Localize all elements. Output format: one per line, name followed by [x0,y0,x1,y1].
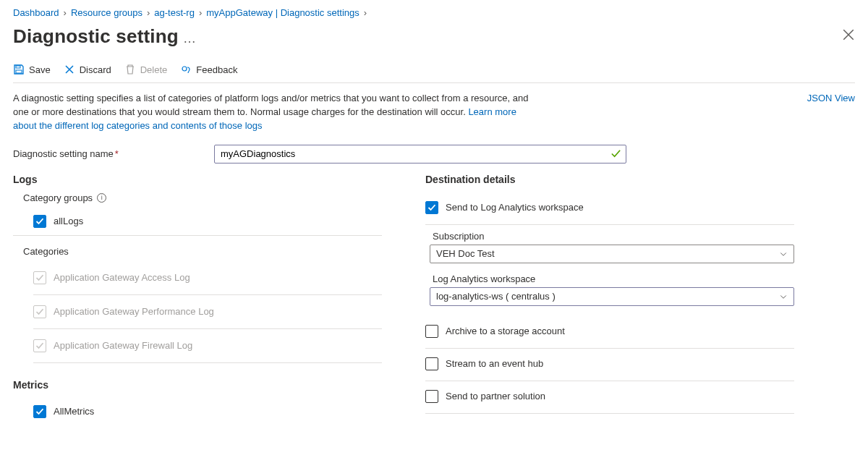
category-label-performance-log: Application Gateway Performance Log [54,306,214,317]
all-logs-label: allLogs [54,216,83,226]
close-icon [842,28,855,41]
discard-label: Discard [80,64,111,75]
destination-column: Destination details Send to Log Analytic… [425,174,794,425]
checkmark-icon [35,273,44,282]
workspace-label: Log Analytics workspace [433,273,794,284]
discard-button[interactable]: Discard [64,62,111,77]
metrics-heading: Metrics [13,379,382,391]
eventhub-label: Stream to an event hub [446,358,543,369]
save-icon [13,64,25,75]
svg-rect-1 [16,70,22,73]
checkmark-icon [35,217,44,226]
description-text: A diagnostic setting specifies a list of… [13,92,541,133]
setting-name-input-wrapper [214,145,626,163]
logs-metrics-column: Logs Category groups i allLogs Categorie… [13,174,382,425]
checkmark-icon [35,341,44,350]
chevron-right-icon: › [199,7,202,18]
toolbar: Save Discard Delete Feedback [13,55,855,83]
breadcrumb-rg[interactable]: ag-test-rg [154,7,195,18]
categories-label: Categories [13,246,382,257]
svg-point-2 [182,67,187,71]
category-checkbox-firewall-log [33,339,46,352]
partner-checkbox[interactable] [425,390,438,403]
delete-label: Delete [140,64,168,75]
breadcrumb-resource[interactable]: myAppGateway | Diagnostic settings [206,7,359,18]
breadcrumb-dashboard[interactable]: Dashboard [13,7,59,18]
breadcrumb-resource-groups[interactable]: Resource groups [71,7,142,18]
chevron-down-icon [779,250,788,258]
save-button[interactable]: Save [13,62,51,77]
check-icon [610,148,621,159]
category-groups-label: Category groups i [13,192,382,203]
subscription-select[interactable]: VEH Doc Test [430,245,794,263]
feedback-button[interactable]: Feedback [180,62,237,77]
all-logs-checkbox[interactable] [33,215,46,228]
delete-button[interactable]: Delete [124,62,168,77]
checkmark-icon [427,203,436,212]
subscription-label: Subscription [433,231,794,242]
destination-heading: Destination details [425,174,794,185]
setting-name-label: Diagnostic setting name* [13,148,201,159]
feedback-label: Feedback [196,64,237,75]
category-checkbox-performance-log [33,305,46,318]
all-metrics-checkbox[interactable] [33,405,46,418]
checkmark-icon [35,407,44,416]
chevron-right-icon: › [364,7,367,18]
archive-label: Archive to a storage account [446,326,565,336]
eventhub-checkbox[interactable] [425,357,438,370]
discard-icon [64,64,75,75]
category-label-access-log: Application Gateway Access Log [54,272,190,283]
setting-name-label-text: Diagnostic setting name [13,148,114,159]
partner-label: Send to partner solution [446,391,545,402]
category-checkbox-access-log [33,271,46,284]
checkmark-icon [35,307,44,316]
svg-rect-0 [16,66,20,68]
category-label-firewall-log: Application Gateway Firewall Log [54,340,192,351]
feedback-icon [180,64,192,75]
breadcrumb: Dashboard › Resource groups › ag-test-rg… [13,6,855,22]
required-indicator: * [115,148,119,159]
more-menu-button[interactable]: … [183,31,197,46]
info-icon[interactable]: i [97,193,106,203]
chevron-right-icon: › [147,7,150,18]
all-metrics-label: AllMetrics [54,406,94,417]
log-analytics-label: Send to Log Analytics workspace [446,202,584,213]
log-analytics-checkbox[interactable] [425,201,438,214]
archive-checkbox[interactable] [425,325,438,338]
subscription-value: VEH Doc Test [436,248,495,259]
workspace-value: log-analytics-ws ( centralus ) [436,291,556,302]
page-title: Diagnostic setting [13,25,179,48]
chevron-down-icon [779,292,788,301]
workspace-select[interactable]: log-analytics-ws ( centralus ) [430,287,794,306]
json-view-link[interactable]: JSON View [807,92,855,106]
delete-icon [124,64,136,75]
setting-name-input[interactable] [219,146,610,162]
save-label: Save [29,64,51,75]
chevron-right-icon: › [64,7,67,18]
description-body: A diagnostic setting specifies a list of… [13,93,528,117]
logs-heading: Logs [13,174,382,185]
close-button[interactable] [842,28,855,41]
